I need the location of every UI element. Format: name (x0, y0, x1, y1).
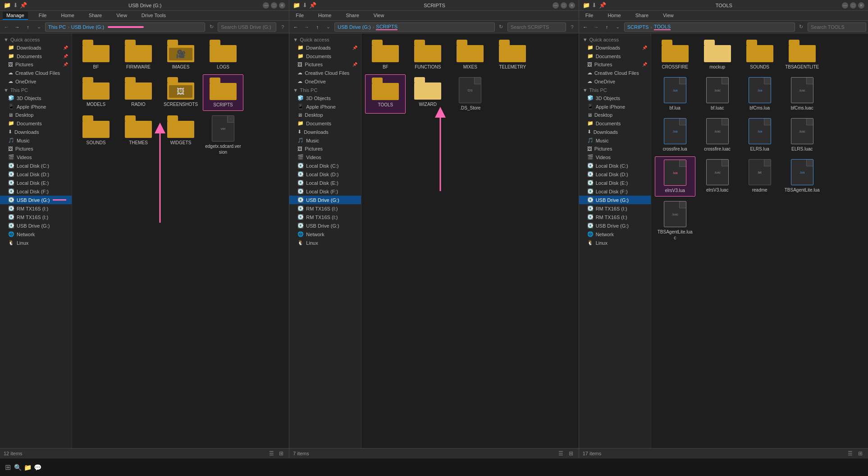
sidebar-3d-2[interactable]: 🧊 3D Objects (289, 94, 361, 102)
sidebar-linux-1[interactable]: 🐧 Linux (0, 238, 72, 247)
view-grid-icon-2[interactable]: ⊞ (567, 449, 575, 458)
recent-btn-3[interactable]: ⌄ (613, 23, 622, 32)
folder-crossfire-3[interactable]: CROSSFIRE (655, 37, 695, 73)
search-input-2[interactable] (507, 23, 566, 32)
close-btn-1[interactable]: ✕ (279, 2, 285, 9)
file-dsstore-2[interactable]: DS .DS_Store (450, 74, 490, 114)
view-details-icon-3[interactable]: ☰ (846, 449, 854, 458)
folder-radio-1[interactable]: RADIO (118, 74, 159, 111)
sidebar-iphone-2[interactable]: 📱 Apple iPhone (289, 102, 361, 111)
explorer-taskbar-btn[interactable]: 📁 (23, 463, 32, 471)
quickaccess-header-3[interactable]: ▼ Quick access (579, 35, 651, 43)
file-bfcmsluac-3[interactable]: .luac bfCms.luac (782, 74, 822, 114)
tab-view-3[interactable]: View (659, 12, 677, 20)
tab-home-2[interactable]: Home (315, 12, 335, 20)
sidebar-iphone-3[interactable]: 📱 Apple iPhone (579, 102, 651, 111)
pin-title-icon-2[interactable]: 📌 (309, 2, 316, 9)
help-btn-1[interactable]: ? (278, 23, 287, 32)
file-tbsagentlitelua-3[interactable]: .lua TBSAgentLite.lua (782, 156, 822, 197)
sidebar-od-3[interactable]: ☁ OneDrive (579, 77, 651, 86)
tab-file-3[interactable]: File (582, 12, 597, 20)
file-tbsagentliteluac-3[interactable]: .luac TBSAgentLite.luac (655, 198, 695, 243)
file-elrsv3luac-3[interactable]: .luac elrsV3.luac (697, 156, 738, 197)
pin-title-icon-3[interactable]: 📌 (599, 2, 606, 9)
start-btn[interactable]: ⊞ (4, 463, 12, 471)
folder-mixes-2[interactable]: MIXES (450, 37, 490, 73)
sidebar-diske-2[interactable]: 💽 Local Disk (E:) (289, 178, 361, 187)
file-bflua-3[interactable]: .lua bf.lua (655, 74, 695, 114)
folder-functions-2[interactable]: FUNCTIONS (407, 37, 448, 73)
breadcrumb-scripts-2[interactable]: SCRIPTS (376, 24, 397, 30)
sidebar-docs2-3[interactable]: 📁 Documents (579, 119, 651, 128)
sidebar-documents-3[interactable]: 📁 Documents (579, 52, 651, 60)
sidebar-3d-3[interactable]: 🧊 3D Objects (579, 94, 651, 102)
sidebar-downloads-3[interactable]: 📁 Downloads 📌 (579, 43, 651, 52)
sidebar-music-3[interactable]: 🎵 Music (579, 136, 651, 145)
quick-access-icon-2[interactable]: ⬇ (301, 2, 308, 9)
close-btn-3[interactable]: ✕ (858, 2, 864, 9)
sidebar-network-2[interactable]: 🌐 Network (289, 230, 361, 238)
sidebar-pictures-3[interactable]: 🖼 Pictures 📌 (579, 60, 651, 69)
sidebar-linux-3[interactable]: 🐧 Linux (579, 238, 651, 247)
sidebar-dl2-3[interactable]: ⬇ Downloads (579, 128, 651, 136)
folder-icon-title[interactable]: 📁 (4, 2, 11, 9)
folder-themes-1[interactable]: THEMES (118, 113, 159, 158)
folder-icon-title-2[interactable]: 📁 (293, 2, 300, 9)
sidebar-downloads-2[interactable]: 📁 Downloads 📌 (289, 43, 361, 52)
sidebar-diskd-1[interactable]: 💽 Local Disk (D:) (0, 170, 72, 178)
sidebar-diskf-1[interactable]: 💽 Local Disk (F:) (0, 187, 72, 196)
up-btn-3[interactable]: ↑ (603, 23, 612, 32)
quick-access-icon-3[interactable]: ⬇ (591, 2, 598, 9)
tab-share-3[interactable]: Share (632, 12, 652, 20)
sidebar-network-1[interactable]: 🌐 Network (0, 230, 72, 238)
back-btn-1[interactable]: ← (2, 23, 11, 32)
sidebar-network-3[interactable]: 🌐 Network (579, 230, 651, 238)
sidebar-cc-2[interactable]: ☁ Creative Cloud Files (289, 69, 361, 77)
folder-widgets-1[interactable]: WIDGETS (160, 113, 201, 158)
folder-sounds-1[interactable]: SOUNDS (76, 113, 116, 158)
refresh-btn-2[interactable]: ↻ (497, 23, 506, 32)
folder-logs-1[interactable]: LOGS (203, 37, 243, 73)
forward-btn-1[interactable]: → (13, 23, 22, 32)
sidebar-usb-2[interactable]: 💽 USB Drive (G:) (289, 196, 361, 204)
maximize-btn-2[interactable]: □ (561, 2, 567, 9)
up-btn-1[interactable]: ↑ (23, 23, 32, 32)
sidebar-videos-1[interactable]: 🎬 Videos (0, 153, 72, 161)
sidebar-downloads-1[interactable]: 📁 Downloads 📌 (0, 43, 72, 52)
sidebar-usb2-2[interactable]: 💽 USB Drive (G:) (289, 221, 361, 230)
breadcrumb-2[interactable]: USB Drive (G:) › SCRIPTS (334, 23, 494, 32)
sidebar-rmtx16s2-1[interactable]: 💽 RM TX16S (I:) (0, 213, 72, 221)
sidebar-desktop-3[interactable]: 🖥 Desktop (579, 111, 651, 119)
quickaccess-header-1[interactable]: ▼ Quick access (0, 35, 72, 43)
tab-view-1[interactable]: View (113, 12, 131, 20)
sidebar-usb2-3[interactable]: 💽 USB Drive (G:) (579, 221, 651, 230)
sidebar-rmtx-2[interactable]: 💽 RM TX16S (I:) (289, 204, 361, 213)
view-grid-icon-3[interactable]: ⊞ (856, 449, 864, 458)
sidebar-rmtx2-3[interactable]: 💽 RM TX16S (I:) (579, 213, 651, 221)
sidebar-iphone-1[interactable]: 📱 Apple iPhone (0, 102, 72, 111)
search-input-1[interactable] (218, 23, 276, 32)
recent-btn-1[interactable]: ⌄ (34, 23, 43, 32)
tab-share-1[interactable]: Share (85, 12, 105, 20)
sidebar-usb-1[interactable]: 💽 USB Drive (G:) (0, 196, 72, 204)
file-elrslua-3[interactable]: .lua ELRS.lua (740, 115, 780, 155)
maximize-btn-1[interactable]: □ (271, 2, 277, 9)
search-input-3[interactable] (808, 23, 866, 32)
sidebar-pictures-1[interactable]: 🖼 Pictures 📌 (0, 60, 72, 69)
breadcrumb-1[interactable]: This PC › USB Drive (G:) (45, 23, 205, 32)
sidebar-pictures-2[interactable]: 🖼 Pictures 📌 (289, 60, 361, 69)
breadcrumb-tools-3[interactable]: TOOLS (654, 24, 671, 30)
sidebar-onedrive-1[interactable]: ☁ OneDrive (0, 77, 72, 86)
sidebar-diske-3[interactable]: 💽 Local Disk (E:) (579, 178, 651, 187)
folder-sounds-3[interactable]: SOUNDS (740, 37, 780, 73)
sidebar-linux-2[interactable]: 🐧 Linux (289, 238, 361, 247)
folder-models-1[interactable]: MODELS (76, 74, 116, 111)
sidebar-pics2-2[interactable]: 🖼 Pictures (289, 145, 361, 153)
folder-icon-title-3[interactable]: 📁 (583, 2, 590, 9)
sidebar-desktop-2[interactable]: 🖥 Desktop (289, 111, 361, 119)
view-grid-icon-1[interactable]: ⊞ (277, 449, 285, 458)
help-btn-2[interactable]: ? (568, 23, 577, 32)
folder-telemetry-2[interactable]: TELEMETRY (492, 37, 533, 73)
minimize-btn-3[interactable]: — (842, 2, 848, 9)
folder-images-1[interactable]: 🎥 IMAGES (160, 37, 201, 73)
